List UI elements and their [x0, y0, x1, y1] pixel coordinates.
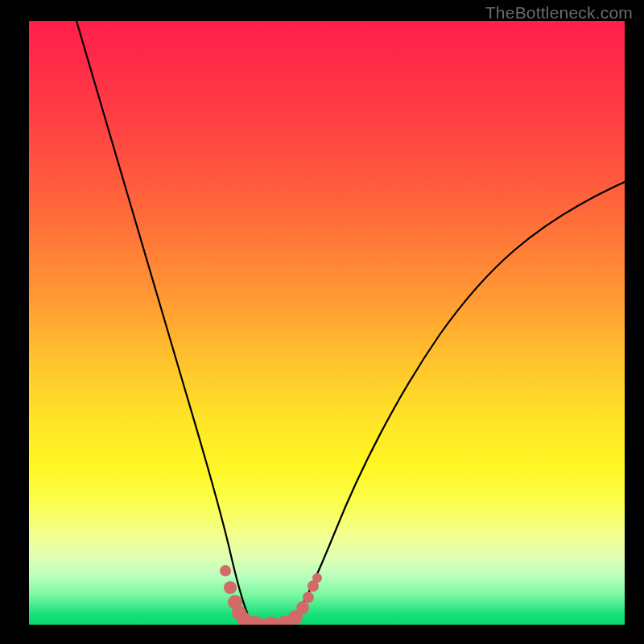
svg-point-12 — [312, 573, 322, 583]
svg-point-0 — [220, 565, 231, 576]
chart-frame: TheBottleneck.com — [0, 0, 644, 644]
curve-layer — [29, 21, 625, 625]
svg-point-9 — [296, 601, 309, 614]
svg-point-10 — [303, 592, 314, 603]
bottleneck-curve — [76, 21, 625, 624]
svg-point-1 — [224, 581, 237, 594]
watermark-text: TheBottleneck.com — [485, 3, 633, 23]
plot-area — [29, 21, 625, 625]
